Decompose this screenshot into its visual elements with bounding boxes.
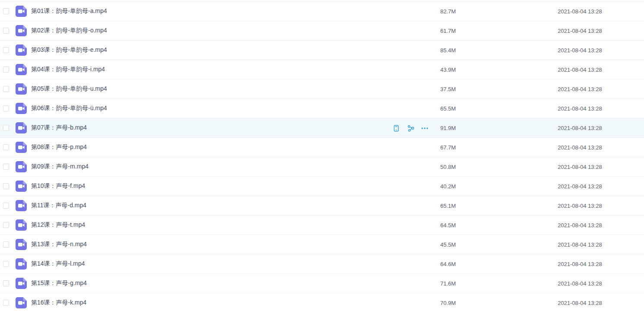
video-file-icon <box>16 64 27 75</box>
file-name[interactable]: 第06课：韵母-单韵母-ü.mp4 <box>31 105 107 112</box>
video-file-icon <box>16 200 27 211</box>
send-to-phone-icon[interactable] <box>392 124 400 132</box>
file-size: 67.7M <box>440 144 456 151</box>
file-row[interactable]: 第01课：韵母-单韵母-a.mp4 82.7M 2021-08-04 13:28 <box>0 2 644 21</box>
file-name[interactable]: 第05课：韵母-单韵母-u.mp4 <box>31 85 107 93</box>
video-file-icon <box>16 297 27 308</box>
file-date: 2021-08-04 13:28 <box>558 280 602 287</box>
file-row[interactable]: 第12课：声母-t.mp4 64.5M 2021-08-04 13:28 <box>0 216 644 235</box>
file-date: 2021-08-04 13:28 <box>558 86 602 92</box>
file-size: 85.4M <box>440 47 456 54</box>
file-row[interactable]: 第16课：声母-k.mp4 70.9M 2021-08-04 13:28 <box>0 293 644 311</box>
file-name[interactable]: 第02课：韵母-单韵母-o.mp4 <box>31 27 107 35</box>
video-file-icon <box>16 25 27 36</box>
row-checkbox[interactable] <box>3 144 9 150</box>
file-date: 2021-08-04 13:28 <box>558 222 602 228</box>
video-file-icon <box>16 219 27 231</box>
file-list: 第01课：韵母-单韵母-a.mp4 82.7M 2021-08-04 13:28… <box>0 1 644 311</box>
file-date: 2021-08-04 13:28 <box>558 183 602 190</box>
file-size: 37.5M <box>440 86 456 92</box>
video-file-icon <box>16 161 27 172</box>
video-file-icon <box>16 239 27 250</box>
file-row[interactable]: 第09课：声母-m.mp4 50.8M 2021-08-04 13:28 <box>0 157 644 177</box>
file-size: 65.1M <box>440 203 456 209</box>
row-checkbox[interactable] <box>3 280 9 286</box>
file-name[interactable]: 第01课：韵母-单韵母-a.mp4 <box>31 7 107 15</box>
video-file-icon <box>16 142 27 153</box>
file-row[interactable]: 第07课：声母-b.mp4 <box>0 118 644 138</box>
row-checkbox[interactable] <box>3 8 9 14</box>
row-checkbox[interactable] <box>3 222 9 228</box>
file-row[interactable]: 第14课：声母-l.mp4 64.6M 2021-08-04 13:28 <box>0 254 644 274</box>
file-name[interactable]: 第04课：韵母-单韵母-i.mp4 <box>31 66 105 73</box>
row-checkbox[interactable] <box>3 300 9 306</box>
video-file-icon <box>16 122 27 133</box>
file-date: 2021-08-04 13:28 <box>558 203 602 209</box>
file-size: 91.9M <box>440 125 456 131</box>
file-row[interactable]: 第04课：韵母-单韵母-i.mp4 43.9M 2021-08-04 13:28 <box>0 60 644 79</box>
file-date: 2021-08-04 13:28 <box>558 125 602 131</box>
video-file-icon <box>16 83 27 95</box>
file-size: 40.2M <box>440 183 456 190</box>
row-checkbox[interactable] <box>3 105 9 111</box>
video-file-icon <box>16 181 27 192</box>
row-checkbox[interactable] <box>3 203 9 209</box>
video-file-icon <box>16 44 27 56</box>
file-date: 2021-08-04 13:28 <box>558 67 602 73</box>
video-file-icon <box>16 6 27 17</box>
row-checkbox[interactable] <box>3 261 9 267</box>
file-size: 70.9M <box>440 300 456 306</box>
file-row[interactable]: 第13课：声母-n.mp4 45.5M 2021-08-04 13:28 <box>0 235 644 254</box>
row-checkbox[interactable] <box>3 241 9 248</box>
file-size: 71.6M <box>440 280 456 287</box>
file-size: 64.6M <box>440 261 456 267</box>
file-size: 82.7M <box>440 8 456 15</box>
file-size: 45.5M <box>440 241 456 248</box>
file-name[interactable]: 第13课：声母-n.mp4 <box>31 241 87 248</box>
more-icon[interactable] <box>421 124 429 132</box>
file-row[interactable]: 第11课：声母-d.mp4 65.1M 2021-08-04 13:28 <box>0 196 644 216</box>
file-row[interactable]: 第05课：韵母-单韵母-u.mp4 37.5M 2021-08-04 13:28 <box>0 79 644 99</box>
file-date: 2021-08-04 13:28 <box>558 261 602 267</box>
row-checkbox[interactable] <box>3 125 9 131</box>
video-file-icon <box>16 258 27 270</box>
file-row[interactable]: 第03课：韵母-单韵母-e.mp4 85.4M 2021-08-04 13:28 <box>0 41 644 60</box>
file-name[interactable]: 第08课：声母-p.mp4 <box>31 143 87 151</box>
row-checkbox[interactable] <box>3 86 9 92</box>
file-name[interactable]: 第03课：韵母-单韵母-e.mp4 <box>31 46 107 54</box>
row-checkbox[interactable] <box>3 28 9 34</box>
row-checkbox[interactable] <box>3 164 9 170</box>
file-size: 43.9M <box>440 67 456 73</box>
file-name[interactable]: 第09课：声母-m.mp4 <box>31 163 88 171</box>
file-size: 64.5M <box>440 222 456 228</box>
file-row[interactable]: 第10课：声母-f.mp4 40.2M 2021-08-04 13:28 <box>0 177 644 196</box>
file-name[interactable]: 第14课：声母-l.mp4 <box>31 260 85 268</box>
file-row[interactable]: 第15课：声母-g.mp4 71.6M 2021-08-04 13:28 <box>0 274 644 293</box>
file-date: 2021-08-04 13:28 <box>558 164 602 170</box>
file-name[interactable]: 第07课：声母-b.mp4 <box>31 124 87 132</box>
file-name[interactable]: 第10课：声母-f.mp4 <box>31 182 85 190</box>
file-size: 50.8M <box>440 164 456 170</box>
row-checkbox[interactable] <box>3 67 9 73</box>
file-date: 2021-08-04 13:28 <box>558 28 602 34</box>
share-icon[interactable] <box>407 124 414 132</box>
file-date: 2021-08-04 13:28 <box>558 8 602 15</box>
row-checkbox[interactable] <box>3 47 9 53</box>
row-hover-actions <box>392 118 429 138</box>
video-file-icon <box>16 278 27 289</box>
file-row[interactable]: 第02课：韵母-单韵母-o.mp4 61.7M 2021-08-04 13:28 <box>0 21 644 41</box>
file-name[interactable]: 第15课：声母-g.mp4 <box>31 279 87 287</box>
file-date: 2021-08-04 13:28 <box>558 105 602 112</box>
file-date: 2021-08-04 13:28 <box>558 241 602 248</box>
file-size: 61.7M <box>440 28 456 34</box>
file-size: 65.5M <box>440 105 456 112</box>
file-row[interactable]: 第08课：声母-p.mp4 67.7M 2021-08-04 13:28 <box>0 138 644 157</box>
file-name[interactable]: 第12课：声母-t.mp4 <box>31 221 85 229</box>
file-row[interactable]: 第06课：韵母-单韵母-ü.mp4 65.5M 2021-08-04 13:28 <box>0 99 644 118</box>
file-name[interactable]: 第16课：声母-k.mp4 <box>31 299 86 307</box>
file-date: 2021-08-04 13:28 <box>558 47 602 54</box>
file-date: 2021-08-04 13:28 <box>558 144 602 151</box>
row-checkbox[interactable] <box>3 183 9 189</box>
file-date: 2021-08-04 13:28 <box>558 300 602 306</box>
file-name[interactable]: 第11课：声母-d.mp4 <box>31 202 86 209</box>
